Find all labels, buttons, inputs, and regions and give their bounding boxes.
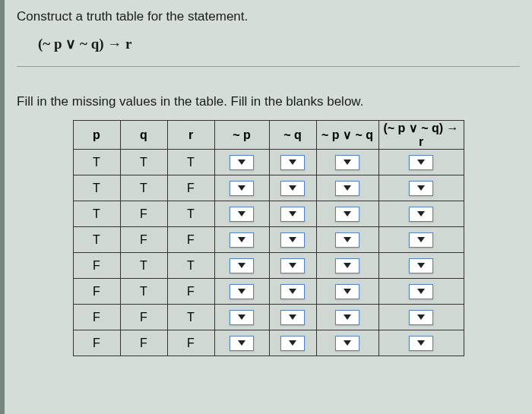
cell-p: F: [73, 305, 120, 330]
exercise-page: Construct a truth table for the statemen…: [0, 0, 532, 414]
chevron-down-icon: [344, 263, 351, 268]
cell-q: F: [120, 227, 167, 253]
chevron-down-icon: [289, 185, 296, 191]
fill-instruction-text: Fill in the missing values in the table.…: [17, 94, 520, 109]
truth-table: p q r ~ p ~ q ~ p ∨ ~ q (~ p ∨ ~ q) → r …: [73, 120, 464, 356]
table-row: TFT: [73, 201, 464, 227]
logic-expression: (~ p ∨ ~ q) → r: [38, 35, 520, 52]
dropdown-not-p-4[interactable]: [230, 258, 254, 273]
cell-r: T: [167, 253, 214, 279]
header-not-q: ~ q: [269, 121, 316, 150]
dropdown-not-q-7[interactable]: [280, 336, 305, 351]
table-row: TFF: [73, 227, 464, 253]
header-q: q: [120, 121, 167, 150]
cell-or: [316, 330, 378, 356]
dropdown-not-q-3[interactable]: [280, 232, 305, 248]
dropdown-implies-2[interactable]: [409, 207, 433, 222]
cell-implies: [378, 150, 464, 175]
cell-not-p: [214, 175, 269, 201]
dropdown-not-p-1[interactable]: [230, 181, 254, 196]
dropdown-implies-0[interactable]: [409, 155, 433, 170]
chevron-down-icon: [238, 185, 245, 191]
dropdown-not-q-2[interactable]: [280, 207, 305, 222]
chevron-down-icon: [417, 185, 425, 191]
table-row: FFT: [73, 305, 464, 330]
cell-implies: [378, 253, 464, 279]
cell-or: [316, 253, 378, 279]
cell-not-q: [269, 305, 316, 330]
cell-not-p: [214, 201, 269, 227]
dropdown-or-3[interactable]: [335, 232, 359, 248]
dropdown-not-p-3[interactable]: [230, 232, 254, 248]
table-header-row: p q r ~ p ~ q ~ p ∨ ~ q (~ p ∨ ~ q) → r: [73, 121, 464, 150]
chevron-down-icon: [238, 160, 245, 165]
dropdown-implies-5[interactable]: [409, 284, 433, 299]
cell-not-q: [269, 227, 316, 253]
cell-r: F: [167, 227, 214, 253]
dropdown-not-q-0[interactable]: [280, 155, 305, 170]
cell-not-p: [214, 330, 269, 356]
cell-not-q: [269, 175, 316, 201]
header-not-p: ~ p: [214, 121, 269, 150]
chevron-down-icon: [238, 237, 245, 242]
cell-not-p: [214, 305, 269, 330]
cell-or: [316, 175, 378, 201]
dropdown-implies-1[interactable]: [409, 181, 433, 196]
dropdown-not-p-7[interactable]: [230, 336, 254, 351]
dropdown-or-1[interactable]: [335, 181, 359, 196]
dropdown-not-p-2[interactable]: [230, 207, 254, 222]
cell-not-q: [269, 279, 316, 305]
chevron-down-icon: [344, 314, 351, 320]
chevron-down-icon: [417, 314, 425, 320]
dropdown-or-5[interactable]: [335, 284, 359, 299]
dropdown-not-p-6[interactable]: [230, 310, 254, 325]
section-divider: [17, 66, 520, 67]
header-r: r: [167, 121, 214, 150]
dropdown-implies-4[interactable]: [409, 258, 433, 273]
chevron-down-icon: [344, 237, 351, 242]
dropdown-implies-3[interactable]: [409, 232, 433, 248]
instruction-text: Construct a truth table for the statemen…: [17, 9, 520, 24]
dropdown-not-q-1[interactable]: [280, 181, 305, 196]
cell-not-q: [269, 201, 316, 227]
chevron-down-icon: [238, 289, 245, 294]
cell-not-p: [214, 253, 269, 279]
cell-p: T: [73, 175, 120, 201]
cell-or: [316, 227, 378, 253]
cell-not-q: [269, 150, 316, 175]
table-row: FFF: [73, 330, 464, 356]
cell-not-p: [214, 227, 269, 253]
cell-r: T: [167, 150, 214, 175]
cell-r: F: [167, 175, 214, 201]
cell-q: F: [120, 330, 167, 356]
chevron-down-icon: [289, 211, 296, 216]
cell-or: [316, 279, 378, 305]
chevron-down-icon: [289, 314, 296, 320]
chevron-down-icon: [289, 237, 296, 242]
dropdown-or-7[interactable]: [335, 336, 359, 351]
dropdown-not-p-5[interactable]: [230, 284, 254, 299]
dropdown-not-q-4[interactable]: [280, 258, 305, 273]
cell-q: F: [120, 305, 167, 330]
cell-p: T: [73, 201, 120, 227]
dropdown-not-q-6[interactable]: [280, 310, 305, 325]
table-body: TTTTTFTFTTFFFTTFTFFFTFFF: [73, 150, 464, 356]
chevron-down-icon: [238, 211, 245, 216]
table-row: FTT: [73, 253, 464, 279]
dropdown-not-q-5[interactable]: [280, 284, 305, 299]
dropdown-or-6[interactable]: [335, 310, 359, 325]
dropdown-or-2[interactable]: [335, 207, 359, 222]
dropdown-implies-6[interactable]: [409, 310, 433, 325]
cell-q: T: [120, 279, 167, 305]
dropdown-not-p-0[interactable]: [230, 155, 254, 170]
chevron-down-icon: [289, 340, 296, 346]
dropdown-or-4[interactable]: [335, 258, 359, 273]
table-row: TTF: [73, 175, 464, 201]
cell-implies: [378, 201, 464, 227]
dropdown-or-0[interactable]: [335, 155, 359, 170]
cell-not-p: [214, 150, 269, 175]
chevron-down-icon: [344, 185, 351, 191]
cell-r: T: [167, 305, 214, 330]
cell-q: T: [120, 253, 167, 279]
dropdown-implies-7[interactable]: [409, 336, 433, 351]
